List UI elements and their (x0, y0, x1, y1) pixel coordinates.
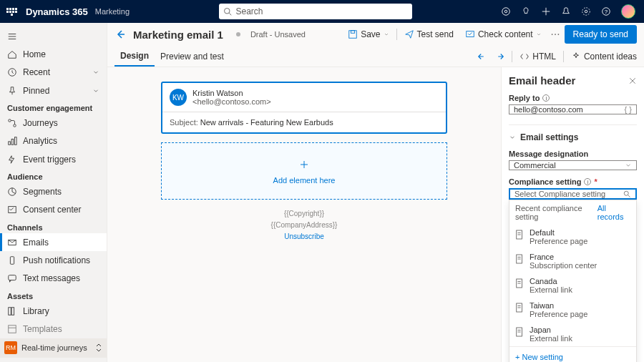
chevron-down-icon (92, 69, 99, 76)
tab-design[interactable]: Design (114, 47, 155, 67)
library-icon (7, 306, 17, 316)
email-canvas: KW Kristin Watson <hello@contoso.com> Su… (107, 67, 501, 362)
push-icon (7, 255, 17, 265)
nav-toggle[interactable] (0, 27, 107, 45)
info-icon[interactable]: i (542, 94, 550, 102)
chevron-down-icon (536, 31, 542, 37)
compliance-option[interactable]: France Subscription center (509, 249, 636, 273)
content-ideas-button[interactable]: Content ideas (571, 52, 637, 62)
nav-templates-label: Templates (23, 324, 62, 334)
option-sub: Subscription center (530, 261, 597, 270)
check-icon (465, 29, 475, 39)
nav-pinned[interactable]: Pinned (0, 82, 107, 99)
templates-icon (7, 324, 17, 334)
svg-rect-16 (9, 142, 11, 145)
nav-push-label: Push notifications (23, 255, 90, 265)
compliance-label: Compliance setting i * (509, 177, 637, 186)
nav-segments-label: Segments (23, 187, 62, 197)
nav-push[interactable]: Push notifications (0, 251, 107, 269)
email-settings-toggle[interactable]: Email settings (509, 132, 637, 142)
svg-point-14 (9, 119, 11, 122)
email-footer: {{Copyright}} {{CompanyAddress}} Unsubsc… (161, 200, 447, 251)
nav-journeys-label: Journeys (23, 118, 58, 128)
footer-copyright: {{Copyright}} (170, 208, 439, 220)
html-button[interactable]: HTML (519, 52, 556, 62)
designation-select[interactable]: Commercial (509, 160, 637, 170)
nav-emails[interactable]: Emails (0, 233, 107, 251)
divider (396, 29, 397, 40)
compliance-option[interactable]: Taiwan Preference page (509, 298, 636, 322)
footer-unsubscribe[interactable]: Unsubscribe (170, 231, 439, 243)
nav-templates[interactable]: Templates (0, 320, 107, 338)
nav-home-label: Home (23, 49, 46, 59)
nav-consent[interactable]: Consent center (0, 201, 107, 219)
redo-button[interactable] (494, 52, 504, 62)
reply-to-input[interactable]: hello@contoso.com { } (509, 104, 637, 114)
notifications-icon[interactable] (561, 6, 571, 16)
new-setting-button[interactable]: + New setting (509, 346, 636, 362)
idea-icon[interactable] (521, 6, 531, 16)
nav-home[interactable]: Home (0, 45, 107, 63)
test-send-button[interactable]: Test send (400, 27, 458, 41)
back-arrow-icon[interactable] (114, 29, 126, 40)
subject-label: Subject: (170, 118, 198, 127)
option-name: Japan (530, 326, 572, 334)
nav-recent[interactable]: Recent (0, 64, 107, 82)
ready-to-send-button[interactable]: Ready to send (565, 25, 637, 44)
compliance-option[interactable]: Default Preference page (509, 225, 636, 249)
segments-icon (7, 187, 17, 197)
save-button[interactable]: Save (343, 27, 393, 41)
overflow-button[interactable] (549, 27, 562, 41)
search-placeholder: Search (236, 6, 263, 16)
email-settings-label: Email settings (520, 132, 578, 142)
info-icon[interactable]: i (584, 178, 591, 185)
document-icon (515, 303, 524, 313)
area-switcher[interactable]: RM Real-time journeys (0, 338, 107, 358)
svg-rect-18 (15, 137, 17, 145)
svg-point-6 (585, 10, 587, 13)
settings-icon[interactable] (581, 6, 591, 16)
nav-journeys[interactable]: Journeys (0, 114, 107, 132)
svg-point-3 (504, 10, 507, 13)
svg-point-7 (582, 8, 590, 16)
svg-text:?: ? (605, 9, 608, 15)
content-area: Marketing email 1 Draft - Unsaved Save T… (107, 23, 644, 362)
braces-icon[interactable]: { } (625, 105, 632, 114)
global-search[interactable]: Search (219, 4, 412, 19)
nav-text[interactable]: Text messages (0, 270, 107, 288)
user-avatar[interactable] (621, 4, 635, 19)
add-element-block[interactable]: Add element here (161, 142, 447, 200)
compliance-lookup[interactable]: Select Compliance setting (509, 188, 637, 200)
tabs: Design Preview and test HTML Content ide… (107, 46, 644, 67)
assistant-icon[interactable] (501, 6, 511, 16)
nav-section-engagement: Customer engagement (0, 99, 107, 114)
nav-segments[interactable]: Segments (0, 182, 107, 200)
recent-label: Recent compliance setting (515, 204, 597, 221)
compliance-placeholder: Select Compliance setting (514, 190, 605, 198)
nav-event-triggers[interactable]: Event triggers (0, 150, 107, 168)
app-launcher-icon[interactable] (4, 4, 19, 19)
svg-rect-26 (9, 326, 16, 333)
home-icon (7, 49, 17, 59)
all-records-link[interactable]: All records (597, 204, 630, 221)
compliance-option[interactable]: Canada External link (509, 273, 636, 298)
option-sub: External link (530, 334, 572, 343)
email-header-block[interactable]: KW Kristin Watson <hello@contoso.com> Su… (161, 82, 447, 134)
undo-button[interactable] (477, 52, 487, 62)
tab-preview[interactable]: Preview and test (155, 47, 230, 66)
help-icon[interactable]: ? (601, 6, 611, 16)
app-subtitle: Marketing (95, 7, 130, 16)
check-content-button[interactable]: Check content (461, 27, 546, 41)
svg-rect-22 (10, 257, 14, 265)
area-badge: RM (4, 341, 17, 354)
compliance-option[interactable]: Japan External link (509, 322, 636, 346)
nav-section-channels: Channels (0, 219, 107, 233)
nav-library[interactable]: Library (0, 302, 107, 320)
add-icon[interactable] (541, 6, 551, 16)
inspector-close[interactable] (628, 77, 637, 85)
divider (563, 51, 564, 62)
area-label: Real-time journeys (21, 343, 87, 352)
reply-to-value: hello@contoso.com (514, 105, 583, 114)
option-sub: External link (530, 285, 572, 294)
nav-analytics[interactable]: Analytics (0, 132, 107, 150)
